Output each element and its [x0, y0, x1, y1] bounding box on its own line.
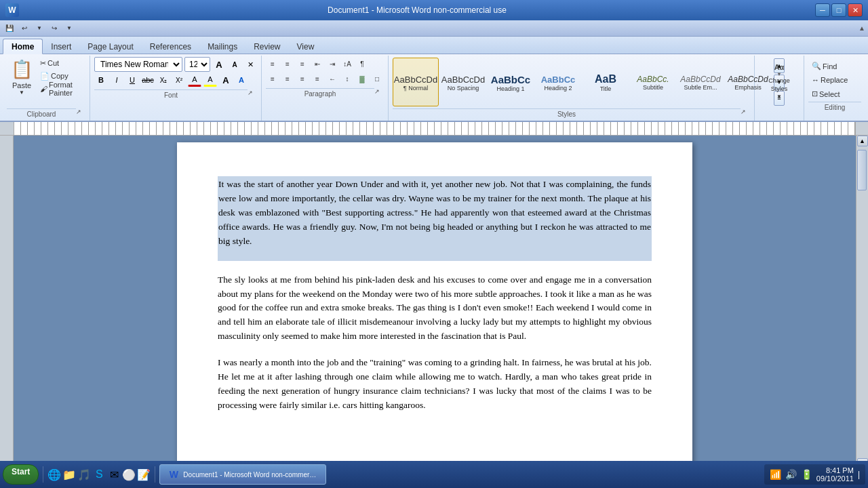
bold-button[interactable]: B: [94, 73, 108, 87]
tab-mailings[interactable]: Mailings: [199, 39, 245, 54]
vertical-scrollbar[interactable]: ▲ ▼: [856, 136, 868, 469]
taskbar-icon-mail[interactable]: ✉: [107, 468, 121, 481]
font-color-button[interactable]: A: [188, 73, 201, 87]
tab-page-layout[interactable]: Page Layout: [79, 39, 141, 54]
paste-button[interactable]: 📋 Paste ▼: [7, 57, 37, 98]
sort-button[interactable]: ↕A: [340, 57, 354, 70]
clear-format-button[interactable]: ✕: [243, 58, 257, 71]
document-scroll-container[interactable]: It was the start of another year Down Un…: [14, 136, 856, 469]
font-grow-button[interactable]: A: [212, 58, 226, 71]
style-title[interactable]: AaB Title: [583, 58, 629, 106]
style-subtitle[interactable]: AaBbCc. Subtitle: [630, 58, 676, 106]
ribbon-group-change-styles: Aα ▼ ChangeStyles ▼: [755, 56, 804, 121]
clipboard-small-buttons: ✂ Cut 📄 Copy 🖌 Format Painter: [38, 57, 85, 95]
minimize-button[interactable]: ─: [815, 3, 830, 17]
style-heading1[interactable]: AaBbCc Heading 1: [488, 58, 534, 106]
increase-indent-button[interactable]: ⇥: [326, 57, 339, 70]
maximize-button[interactable]: □: [831, 3, 846, 17]
clipboard-content: 📋 Paste ▼ ✂ Cut 📄 Copy 🖌 Format Painter: [7, 57, 85, 107]
align-right-button[interactable]: ≡: [296, 72, 309, 85]
tab-view[interactable]: View: [289, 39, 323, 54]
tab-insert[interactable]: Insert: [43, 39, 79, 54]
quick-more-button[interactable]: ▼: [62, 22, 76, 35]
style-subtle-em-preview: AaBbCcDd: [680, 75, 720, 84]
underline-button[interactable]: U: [125, 73, 139, 87]
italic-button[interactable]: I: [110, 73, 123, 87]
change-styles-button[interactable]: Aα ▼ ChangeStyles ▼: [759, 57, 800, 106]
find-button[interactable]: 🔍 Find: [808, 60, 861, 73]
numbering-button[interactable]: ≡: [281, 57, 294, 70]
paragraph-1-text: It was the start of another year Down Un…: [218, 178, 651, 249]
strikethrough-button[interactable]: abc: [141, 73, 155, 87]
scroll-thumb[interactable]: [857, 150, 867, 190]
quick-undo-arrow-button[interactable]: ▼: [33, 22, 46, 35]
select-button[interactable]: ⊡ Select: [808, 87, 861, 100]
line-spacing-button[interactable]: ↕: [340, 72, 354, 85]
close-button[interactable]: ✕: [848, 3, 863, 17]
start-button[interactable]: Start: [3, 464, 39, 485]
tray-volume-icon[interactable]: 🔊: [785, 469, 797, 480]
para-expand-button[interactable]: ↗: [374, 88, 384, 98]
replace-button[interactable]: ↔ Replace: [808, 74, 861, 86]
font-family-select[interactable]: Times New Roman: [94, 57, 182, 72]
taskbar-icon-note[interactable]: 📝: [137, 468, 151, 481]
justify-button[interactable]: ≡: [311, 72, 324, 85]
copy-label: Copy: [51, 72, 68, 80]
window-title: Document1 - Microsoft Word non-commercia…: [19, 5, 815, 15]
tab-review[interactable]: Review: [245, 39, 288, 54]
styles-expand-button[interactable]: ↗: [741, 108, 750, 118]
tab-references[interactable]: References: [142, 39, 199, 54]
taskbar-icon-folder[interactable]: 📁: [62, 468, 76, 481]
tray-battery-icon[interactable]: 🔋: [801, 469, 812, 480]
taskbar-icon-skype[interactable]: S: [92, 468, 106, 481]
style-subtitle-name: Subtitle: [643, 84, 663, 91]
align-center-button[interactable]: ≡: [281, 72, 294, 85]
quick-undo-button[interactable]: ↩: [18, 22, 31, 35]
tab-home[interactable]: Home: [3, 39, 43, 54]
ltr-button[interactable]: ←: [326, 72, 339, 85]
ribbon-collapse-button[interactable]: ▲: [859, 24, 865, 32]
taskbar-word-icon: W: [167, 468, 180, 481]
scroll-up-button[interactable]: ▲: [857, 136, 868, 146]
subscript-button[interactable]: X₂: [157, 73, 170, 87]
tray-time: 8:41 PM 09/10/2011: [816, 466, 854, 483]
superscript-button[interactable]: X²: [172, 73, 186, 87]
styles-label-row: Styles ↗: [393, 107, 750, 119]
borders-button[interactable]: □: [370, 72, 384, 85]
multilevel-button[interactable]: ≡: [296, 57, 309, 70]
font-shrink-button[interactable]: A: [228, 58, 241, 71]
format-painter-label: Format Painter: [49, 81, 83, 97]
taskbar-icon-media[interactable]: 🎵: [77, 468, 91, 481]
bullets-button[interactable]: ≡: [266, 57, 279, 70]
show-desktop-button[interactable]: |: [858, 470, 860, 479]
clipboard-expand-button[interactable]: ↗: [76, 108, 85, 118]
style-normal[interactable]: AaBbCcDd ¶ Normal: [393, 58, 439, 106]
style-no-spacing-name: No Spacing: [448, 85, 479, 92]
text-effects-button[interactable]: A: [235, 73, 248, 87]
shading-button[interactable]: ▓: [355, 72, 369, 85]
highlight-button[interactable]: A: [203, 73, 217, 87]
style-heading1-preview: AaBbCc: [491, 74, 530, 85]
style-heading2[interactable]: AaBbCc Heading 2: [535, 58, 581, 106]
tray-network-icon[interactable]: 📶: [770, 469, 781, 480]
style-subtle-em[interactable]: AaBbCcDd Subtle Em...: [677, 58, 724, 106]
taskbar-icon-chrome[interactable]: ⚪: [122, 468, 136, 481]
align-left-button[interactable]: ≡: [266, 72, 279, 85]
style-normal-name: ¶ Normal: [403, 85, 428, 92]
show-hide-button[interactable]: ¶: [355, 57, 369, 70]
change-styles-arrow-icon: ▼: [776, 94, 782, 100]
quick-save-button[interactable]: 💾: [3, 22, 16, 35]
font-size-select[interactable]: 12: [184, 57, 210, 72]
cut-button[interactable]: ✂ Cut: [38, 57, 85, 69]
change-case-button[interactable]: A: [219, 73, 233, 87]
taskbar-word-app[interactable]: W Document1 - Microsoft Word non-commerc…: [159, 464, 326, 485]
style-no-spacing[interactable]: AaBbCcDd No Spacing: [440, 58, 486, 106]
taskbar-icon-ie[interactable]: 🌐: [47, 468, 61, 481]
cut-icon: ✂: [40, 59, 46, 68]
format-painter-button[interactable]: 🖌 Format Painter: [38, 83, 85, 95]
quick-access-toolbar: 💾 ↩ ▼ ↪ ▼ ▲: [0, 20, 868, 37]
quick-redo-button[interactable]: ↪: [47, 22, 61, 35]
font-expand-button[interactable]: ↗: [248, 89, 257, 99]
document-area: It was the start of another year Down Un…: [0, 136, 868, 469]
decrease-indent-button[interactable]: ⇤: [311, 57, 324, 70]
